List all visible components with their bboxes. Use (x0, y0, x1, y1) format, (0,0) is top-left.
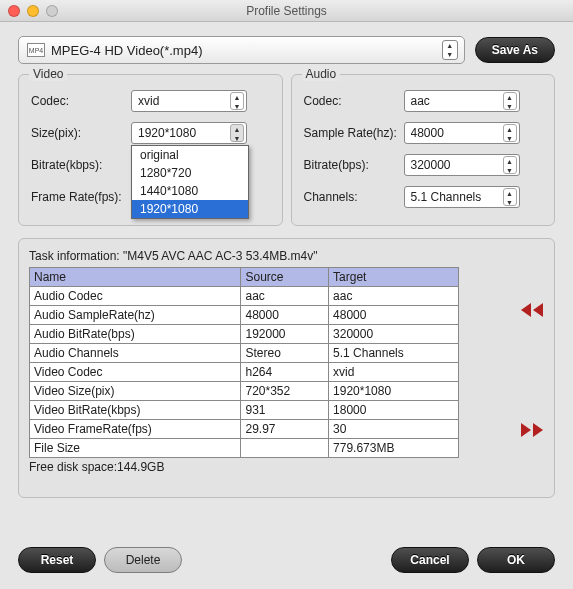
table-row: Video Codech264xvid (30, 363, 459, 382)
minimize-icon[interactable] (27, 5, 39, 17)
double-forward-icon (519, 421, 545, 439)
video-codec-select[interactable]: xvid ▲▼ (131, 90, 247, 112)
traffic-lights (8, 5, 58, 17)
table-header: Target (329, 268, 459, 287)
table-row: Audio BitRate(bps)192000320000 (30, 325, 459, 344)
video-size-option[interactable]: 1440*1080 (132, 182, 248, 200)
table-header: Source (241, 268, 329, 287)
next-task-button[interactable] (518, 419, 546, 441)
table-header: Name (30, 268, 241, 287)
profile-label: MPEG-4 HD Video(*.mp4) (51, 43, 442, 58)
cancel-button[interactable]: Cancel (391, 547, 469, 573)
zoom-icon (46, 5, 58, 17)
table-row: File Size779.673MB (30, 439, 459, 458)
chevron-updown-icon[interactable]: ▲▼ (503, 92, 517, 110)
table-row: Audio SampleRate(hz)4800048000 (30, 306, 459, 325)
video-size-select[interactable]: 1920*1080 ▲▼ original1280*7201440*108019… (131, 122, 247, 144)
reset-button[interactable]: Reset (18, 547, 96, 573)
table-row: Video FrameRate(fps)29.9730 (30, 420, 459, 439)
audio-bitrate-select[interactable]: 320000 ▲▼ (404, 154, 520, 176)
titlebar: Profile Settings (0, 0, 573, 22)
close-icon[interactable] (8, 5, 20, 17)
video-panel-title: Video (29, 67, 67, 81)
audio-samplerate-select[interactable]: 48000 ▲▼ (404, 122, 520, 144)
svg-marker-2 (521, 423, 531, 437)
table-row: Audio Codecaacaac (30, 287, 459, 306)
table-row: Video Size(pix)720*3521920*1080 (30, 382, 459, 401)
window-title: Profile Settings (0, 4, 573, 18)
audio-samplerate-label: Sample Rate(hz): (304, 126, 404, 140)
video-framerate-label: Frame Rate(fps): (31, 190, 131, 204)
profile-settings-window: Profile Settings MP4 MPEG-4 HD Video(*.m… (0, 0, 573, 589)
video-codec-label: Codec: (31, 94, 131, 108)
audio-codec-label: Codec: (304, 94, 404, 108)
task-info-panel: Task information: "M4V5 AVC AAC AC-3 53.… (18, 238, 555, 498)
video-size-option[interactable]: 1920*1080 (132, 200, 248, 218)
settings-panels: Video Codec: xvid ▲▼ Size(pix): 1920*108… (0, 74, 573, 226)
table-row: Audio ChannelsStereo5.1 Channels (30, 344, 459, 363)
video-size-label: Size(pix): (31, 126, 131, 140)
svg-marker-1 (533, 303, 543, 317)
svg-marker-0 (521, 303, 531, 317)
video-size-option[interactable]: original (132, 146, 248, 164)
save-as-button[interactable]: Save As (475, 37, 555, 63)
chevron-updown-icon[interactable]: ▲▼ (503, 188, 517, 206)
svg-marker-3 (533, 423, 543, 437)
chevron-updown-icon[interactable]: ▲▼ (230, 92, 244, 110)
chevron-updown-icon[interactable]: ▲▼ (230, 124, 244, 142)
profile-row: MP4 MPEG-4 HD Video(*.mp4) ▲▼ Save As (0, 22, 573, 74)
video-panel: Video Codec: xvid ▲▼ Size(pix): 1920*108… (18, 74, 283, 226)
task-info-table: NameSourceTarget Audio CodecaacaacAudio … (29, 267, 459, 458)
free-disk-space: Free disk space:144.9GB (29, 460, 514, 474)
audio-bitrate-label: Bitrate(bps): (304, 158, 404, 172)
audio-panel: Audio Codec: aac ▲▼ Sample Rate(hz): 480… (291, 74, 556, 226)
prev-task-button[interactable] (518, 299, 546, 321)
footer: Reset Delete Cancel OK (0, 535, 573, 589)
audio-panel-title: Audio (302, 67, 341, 81)
profile-select[interactable]: MP4 MPEG-4 HD Video(*.mp4) ▲▼ (18, 36, 465, 64)
video-size-dropdown[interactable]: original1280*7201440*10801920*1080 (131, 145, 249, 219)
audio-channels-label: Channels: (304, 190, 404, 204)
audio-codec-select[interactable]: aac ▲▼ (404, 90, 520, 112)
audio-channels-select[interactable]: 5.1 Channels ▲▼ (404, 186, 520, 208)
table-row: Video BitRate(kbps)93118000 (30, 401, 459, 420)
video-bitrate-label: Bitrate(kbps): (31, 158, 131, 172)
chevron-updown-icon[interactable]: ▲▼ (442, 40, 458, 60)
double-rewind-icon (519, 301, 545, 319)
chevron-updown-icon[interactable]: ▲▼ (503, 156, 517, 174)
ok-button[interactable]: OK (477, 547, 555, 573)
profile-format-icon: MP4 (27, 43, 45, 57)
task-info-title: Task information: "M4V5 AVC AAC AC-3 53.… (29, 249, 514, 263)
delete-button[interactable]: Delete (104, 547, 182, 573)
chevron-updown-icon[interactable]: ▲▼ (503, 124, 517, 142)
video-size-option[interactable]: 1280*720 (132, 164, 248, 182)
